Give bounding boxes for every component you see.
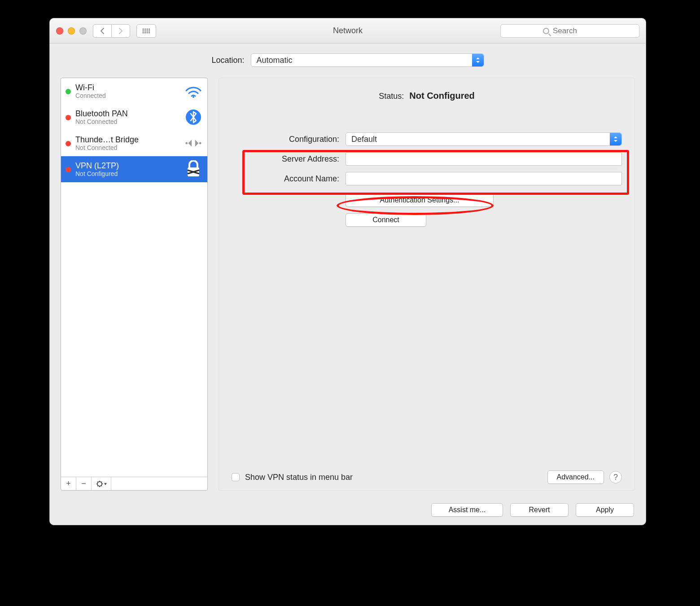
vpn-lock-icon bbox=[184, 160, 203, 179]
gear-icon bbox=[96, 481, 107, 487]
chevron-left-icon bbox=[100, 28, 105, 34]
detail-footer: Show VPN status in menu bar Advanced... … bbox=[232, 470, 622, 484]
server-address-label: Server Address: bbox=[232, 154, 339, 164]
search-field[interactable] bbox=[500, 24, 639, 38]
status-label: Status: bbox=[379, 92, 404, 101]
service-item-wifi[interactable]: Wi-Fi Connected bbox=[61, 78, 207, 104]
account-name-row: Account Name: bbox=[232, 172, 622, 185]
apply-button[interactable]: Apply bbox=[576, 503, 634, 517]
server-address-row: Server Address: bbox=[232, 152, 622, 166]
forward-button[interactable] bbox=[111, 24, 130, 38]
svg-point-5 bbox=[144, 30, 146, 31]
popup-arrows-icon bbox=[472, 54, 484, 66]
popup-arrows-icon bbox=[610, 133, 621, 145]
window-footer: Assist me... Revert Apply bbox=[50, 497, 646, 525]
service-status: Connected bbox=[75, 92, 179, 99]
advanced-button[interactable]: Advanced... bbox=[547, 470, 604, 484]
service-item-thunderbolt-bridge[interactable]: Thunde…t Bridge Not Connected bbox=[61, 130, 207, 156]
svg-line-26 bbox=[97, 485, 98, 486]
configuration-value: Default bbox=[351, 135, 377, 144]
window-controls bbox=[56, 27, 87, 35]
svg-point-14 bbox=[185, 142, 188, 145]
titlebar: Network bbox=[50, 18, 646, 44]
configuration-label: Configuration: bbox=[232, 135, 339, 144]
service-status: Not Connected bbox=[75, 144, 179, 151]
revert-button[interactable]: Revert bbox=[510, 503, 569, 517]
account-name-label: Account Name: bbox=[232, 174, 339, 184]
nav-back-forward bbox=[93, 24, 130, 38]
search-input[interactable] bbox=[552, 26, 597, 36]
body: Wi-Fi Connected Bluetooth PAN Not Connec… bbox=[50, 78, 646, 497]
location-row: Location: Automatic bbox=[50, 44, 646, 78]
status-value: Not Configured bbox=[409, 91, 475, 101]
service-name: Bluetooth PAN bbox=[75, 109, 179, 119]
svg-point-15 bbox=[199, 142, 201, 145]
grid-icon bbox=[142, 28, 150, 34]
status-dot-icon bbox=[66, 115, 71, 120]
svg-line-27 bbox=[101, 482, 102, 483]
svg-point-3 bbox=[149, 28, 150, 30]
service-detail-pane: Status: Not Configured Configuration: De… bbox=[219, 78, 635, 491]
close-window-button[interactable] bbox=[56, 27, 63, 35]
show-vpn-status-label: Show VPN status in menu bar bbox=[245, 473, 353, 482]
service-item-bluetooth[interactable]: Bluetooth PAN Not Connected bbox=[61, 104, 207, 130]
service-status: Not Connected bbox=[75, 118, 179, 125]
network-preferences-window: Network Location: Automatic Wi-Fi Connec… bbox=[49, 18, 646, 525]
show-vpn-status-checkbox[interactable] bbox=[232, 473, 240, 481]
svg-point-2 bbox=[147, 28, 148, 30]
sidebar-footer: + − bbox=[61, 477, 207, 490]
service-item-vpn-l2tp[interactable]: VPN (L2TP) Not Configured bbox=[61, 156, 207, 182]
svg-point-9 bbox=[144, 32, 146, 33]
service-actions-button[interactable] bbox=[92, 477, 111, 490]
bluetooth-icon bbox=[184, 108, 203, 127]
service-list: Wi-Fi Connected Bluetooth PAN Not Connec… bbox=[61, 78, 207, 477]
service-name: Thunde…t Bridge bbox=[75, 135, 179, 145]
service-name: VPN (L2TP) bbox=[75, 161, 179, 171]
svg-point-0 bbox=[143, 28, 144, 30]
svg-point-11 bbox=[149, 32, 150, 33]
status-dot-icon bbox=[66, 141, 71, 146]
assist-me-button[interactable]: Assist me... bbox=[431, 503, 503, 517]
configuration-row: Configuration: Default bbox=[232, 132, 622, 146]
svg-point-12 bbox=[192, 96, 194, 98]
location-label: Location: bbox=[211, 56, 244, 65]
service-name: Wi-Fi bbox=[75, 83, 179, 92]
thunderbolt-bridge-icon bbox=[184, 134, 203, 153]
svg-point-6 bbox=[147, 30, 148, 31]
zoom-window-button[interactable] bbox=[79, 27, 87, 35]
status-row: Status: Not Configured bbox=[232, 91, 622, 101]
svg-point-8 bbox=[143, 32, 144, 33]
authentication-settings-button[interactable]: Authentication Settings... bbox=[346, 193, 494, 207]
show-all-button[interactable] bbox=[136, 24, 156, 38]
minimize-window-button[interactable] bbox=[68, 27, 75, 35]
svg-line-24 bbox=[97, 482, 98, 483]
svg-point-10 bbox=[147, 32, 148, 33]
location-popup[interactable]: Automatic bbox=[251, 53, 484, 67]
help-button[interactable]: ? bbox=[609, 471, 622, 483]
svg-point-4 bbox=[143, 30, 144, 31]
svg-point-1 bbox=[144, 28, 146, 30]
account-name-input[interactable] bbox=[346, 172, 622, 185]
svg-line-25 bbox=[101, 485, 102, 486]
service-status: Not Configured bbox=[75, 170, 179, 177]
status-dot-icon bbox=[66, 167, 71, 172]
service-sidebar: Wi-Fi Connected Bluetooth PAN Not Connec… bbox=[61, 78, 208, 491]
add-service-button[interactable]: + bbox=[61, 477, 76, 490]
configuration-popup[interactable]: Default bbox=[346, 132, 622, 146]
svg-point-7 bbox=[149, 30, 150, 31]
back-button[interactable] bbox=[93, 24, 112, 38]
server-address-input[interactable] bbox=[346, 152, 622, 166]
location-value: Automatic bbox=[257, 56, 293, 65]
status-dot-icon bbox=[66, 89, 71, 94]
search-icon bbox=[543, 28, 549, 34]
wifi-icon bbox=[184, 82, 203, 101]
chevron-right-icon bbox=[118, 28, 123, 34]
connect-button[interactable]: Connect bbox=[346, 213, 426, 227]
remove-service-button[interactable]: − bbox=[76, 477, 92, 490]
